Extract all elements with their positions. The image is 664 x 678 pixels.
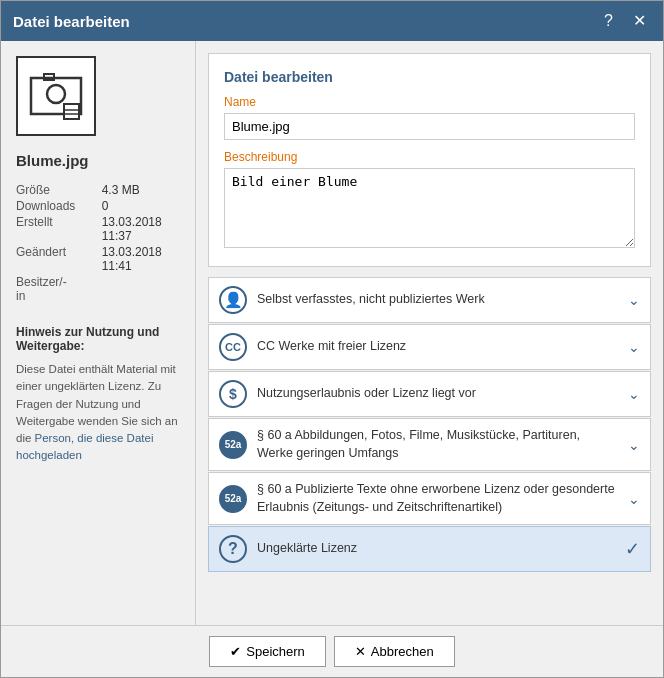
license-icon-dollar: $ — [219, 380, 247, 408]
meta-label-owner: Besitzer/-in — [16, 275, 94, 303]
hint-text: Diese Datei enthält Material mit einer u… — [16, 361, 180, 465]
license-list: 👤 Selbst verfasstes, nicht publiziertes … — [208, 277, 651, 572]
right-panel: Datei bearbeiten Name Beschreibung Bild … — [196, 41, 663, 625]
license-icon-person: 👤 — [219, 286, 247, 314]
camera-svg — [26, 66, 86, 126]
license-icon-52a-images: 52a — [219, 431, 247, 459]
right-scroll[interactable]: Datei bearbeiten Name Beschreibung Bild … — [196, 41, 663, 625]
license-item-self[interactable]: 👤 Selbst verfasstes, nicht publiziertes … — [208, 277, 651, 323]
name-input[interactable] — [224, 113, 635, 140]
meta-label-created: Erstellt — [16, 215, 94, 243]
license-text-unknown: Ungeklärte Lizenz — [257, 540, 615, 558]
dialog: Datei bearbeiten ? ✕ Blume.jpg — [0, 0, 664, 678]
svg-point-1 — [47, 85, 65, 103]
svg-rect-3 — [64, 104, 79, 119]
hint-title: Hinweis zur Nutzung und Weitergabe: — [16, 325, 180, 353]
meta-value-changed: 13.03.201811:41 — [102, 245, 180, 273]
meta-value-downloads: 0 — [102, 199, 180, 213]
meta-value-created: 13.03.201811:37 — [102, 215, 180, 243]
license-item-52a-images[interactable]: 52a § 60 a Abbildungen, Fotos, Filme, Mu… — [208, 418, 651, 471]
license-icon-cc: CC — [219, 333, 247, 361]
license-text-52a-images: § 60 a Abbildungen, Fotos, Filme, Musiks… — [257, 427, 618, 462]
license-arrow-self: ⌄ — [628, 292, 640, 308]
license-arrow-dollar: ⌄ — [628, 386, 640, 402]
license-item-52a-texts[interactable]: 52a § 60 a Publizierte Texte ohne erworb… — [208, 472, 651, 525]
form-section: Datei bearbeiten Name Beschreibung Bild … — [208, 53, 651, 267]
license-item-unknown[interactable]: ? Ungeklärte Lizenz ✓ — [208, 526, 651, 572]
cancel-button[interactable]: ✕ Abbrechen — [334, 636, 455, 667]
dialog-header: Datei bearbeiten ? ✕ — [1, 1, 663, 41]
license-arrow-52a-images: ⌄ — [628, 437, 640, 453]
license-text-cc: CC Werke mit freier Lizenz — [257, 338, 618, 356]
meta-table: Größe 4.3 MB Downloads 0 Erstellt 13.03.… — [16, 183, 180, 303]
file-icon — [16, 56, 96, 136]
license-item-cc[interactable]: CC CC Werke mit freier Lizenz ⌄ — [208, 324, 651, 370]
desc-label: Beschreibung — [224, 150, 635, 164]
license-text-dollar: Nutzungserlaubnis oder Lizenz liegt vor — [257, 385, 618, 403]
license-icon-unknown: ? — [219, 535, 247, 563]
meta-label-size: Größe — [16, 183, 94, 197]
save-label: Speichern — [246, 644, 305, 659]
license-item-dollar[interactable]: $ Nutzungserlaubnis oder Lizenz liegt vo… — [208, 371, 651, 417]
meta-value-size: 4.3 MB — [102, 183, 180, 197]
file-name: Blume.jpg — [16, 152, 180, 169]
meta-value-owner — [102, 275, 180, 303]
license-arrow-cc: ⌄ — [628, 339, 640, 355]
left-panel: Blume.jpg Größe 4.3 MB Downloads 0 Erste… — [1, 41, 196, 625]
meta-label-changed: Geändert — [16, 245, 94, 273]
cancel-icon: ✕ — [355, 644, 366, 659]
cancel-label: Abbrechen — [371, 644, 434, 659]
license-check-unknown: ✓ — [625, 538, 640, 560]
header-controls: ? ✕ — [599, 11, 651, 31]
close-button[interactable]: ✕ — [628, 11, 651, 31]
name-label: Name — [224, 95, 635, 109]
help-button[interactable]: ? — [599, 11, 618, 31]
dialog-footer: ✔ Speichern ✕ Abbrechen — [1, 625, 663, 677]
dialog-body: Blume.jpg Größe 4.3 MB Downloads 0 Erste… — [1, 41, 663, 625]
license-arrow-52a-texts: ⌄ — [628, 491, 640, 507]
license-text-self: Selbst verfasstes, nicht publiziertes We… — [257, 291, 618, 309]
license-text-52a-texts: § 60 a Publizierte Texte ohne erworbene … — [257, 481, 618, 516]
save-icon: ✔ — [230, 644, 241, 659]
dialog-title: Datei bearbeiten — [13, 13, 130, 30]
save-button[interactable]: ✔ Speichern — [209, 636, 326, 667]
desc-textarea[interactable]: Bild einer Blume — [224, 168, 635, 248]
meta-label-downloads: Downloads — [16, 199, 94, 213]
form-section-title: Datei bearbeiten — [224, 69, 635, 85]
license-icon-52a-texts: 52a — [219, 485, 247, 513]
hint-link[interactable]: Person, die diese Datei hochgeladen — [16, 432, 153, 461]
